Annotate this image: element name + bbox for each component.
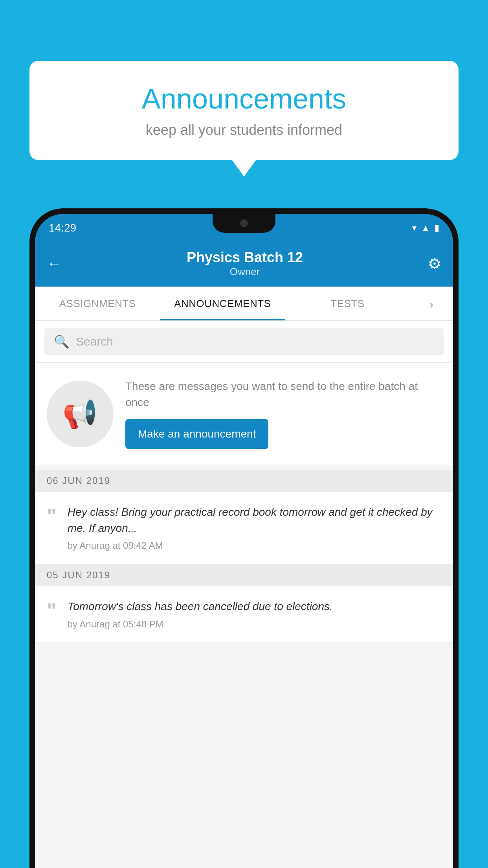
settings-icon[interactable]: ⚙	[428, 255, 441, 272]
back-button[interactable]: ←	[47, 255, 62, 272]
promo-right: These are messages you want to send to t…	[125, 379, 441, 449]
announcement-item-1[interactable]: " Hey class! Bring your practical record…	[35, 492, 453, 564]
bubble-subtitle: keep all your students informed	[53, 122, 435, 138]
search-placeholder: Search	[76, 335, 113, 348]
signal-icon: ▲	[421, 223, 430, 233]
phone-frame: 14:29 ▾ ▲ ▮ ← Physics Batch 12 Owner ⚙ A…	[29, 208, 459, 868]
battery-icon: ▮	[435, 223, 439, 233]
search-bar[interactable]: 🔍 Search	[44, 328, 444, 355]
quote-icon-1: "	[47, 506, 57, 526]
promo-description: These are messages you want to send to t…	[125, 379, 441, 410]
phone-inner: 14:29 ▾ ▲ ▮ ← Physics Batch 12 Owner ⚙ A…	[35, 214, 453, 868]
make-announcement-button[interactable]: Make an announcement	[125, 419, 268, 449]
promo-section: 📢 These are messages you want to send to…	[35, 363, 453, 465]
header-subtitle: Owner	[187, 266, 303, 278]
status-icons: ▾ ▲ ▮	[412, 223, 439, 233]
tab-more[interactable]: ›	[410, 287, 453, 320]
announcement-meta-1: by Anurag at 09:42 AM	[68, 540, 441, 551]
tab-assignments[interactable]: ASSIGNMENTS	[35, 287, 160, 320]
speech-bubble-area: Announcements keep all your students inf…	[29, 61, 459, 160]
app-header: ← Physics Batch 12 Owner ⚙	[35, 242, 453, 287]
header-title-group: Physics Batch 12 Owner	[187, 249, 303, 278]
date-separator-2: 05 JUN 2019	[35, 564, 453, 586]
tabs-bar: ASSIGNMENTS ANNOUNCEMENTS TESTS ›	[35, 287, 453, 321]
announcement-meta-2: by Anurag at 05:48 PM	[68, 619, 441, 630]
announcement-content-1: Hey class! Bring your practical record b…	[68, 504, 441, 551]
tab-tests[interactable]: TESTS	[285, 287, 410, 320]
bubble-title: Announcements	[53, 83, 435, 115]
notch	[213, 214, 275, 233]
search-container: 🔍 Search	[35, 321, 453, 363]
status-time: 14:29	[49, 222, 76, 234]
announcement-text-2: Tomorrow's class has been cancelled due …	[68, 599, 441, 615]
quote-icon-2: "	[47, 600, 57, 621]
announcement-content-2: Tomorrow's class has been cancelled due …	[68, 599, 441, 630]
header-title: Physics Batch 12	[187, 249, 303, 266]
wifi-icon: ▾	[412, 223, 416, 233]
content-area: 🔍 Search 📢 These are messages you want t…	[35, 321, 453, 868]
camera-dot	[240, 219, 248, 227]
date-separator-1: 06 JUN 2019	[35, 470, 453, 492]
status-bar: 14:29 ▾ ▲ ▮	[35, 214, 453, 242]
search-icon: 🔍	[54, 334, 70, 349]
megaphone-icon: 📢	[62, 397, 98, 430]
speech-bubble: Announcements keep all your students inf…	[29, 61, 459, 160]
announcement-text-1: Hey class! Bring your practical record b…	[68, 504, 441, 536]
announcement-item-2[interactable]: " Tomorrow's class has been cancelled du…	[35, 586, 453, 643]
tab-announcements[interactable]: ANNOUNCEMENTS	[160, 287, 285, 320]
promo-icon-circle: 📢	[47, 381, 114, 447]
